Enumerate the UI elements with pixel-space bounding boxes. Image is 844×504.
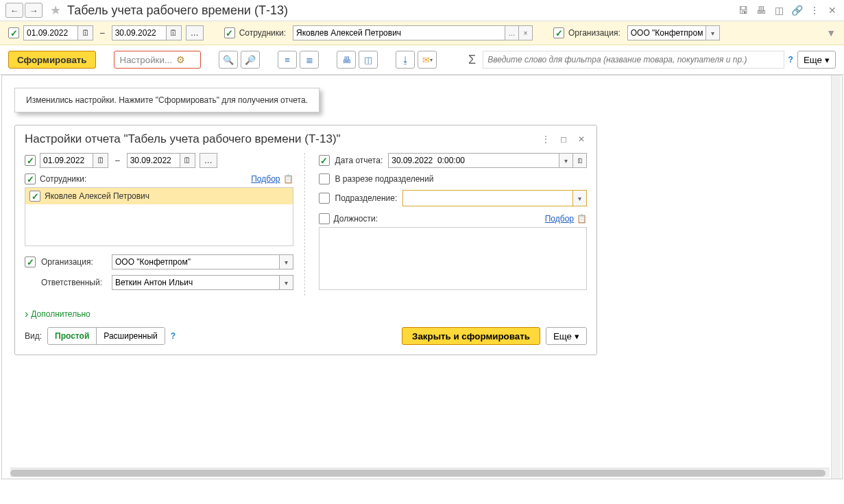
- filter-search-input[interactable]: [483, 51, 784, 69]
- org-dropdown-button[interactable]: ▾: [706, 25, 720, 40]
- expand-label: Дополнительно: [31, 309, 90, 319]
- settings-dialog: Настройки отчета "Табель учета рабочего …: [14, 125, 597, 355]
- dash: –: [100, 28, 105, 38]
- gear-icon: ⚙: [176, 54, 185, 65]
- print-button[interactable]: 🖶: [337, 51, 356, 69]
- org-checkbox[interactable]: [553, 27, 564, 38]
- view-advanced-button[interactable]: Расширенный: [96, 328, 165, 344]
- dlg-org-dropdown[interactable]: ▾: [280, 254, 293, 269]
- positions-pick-link[interactable]: Подбор: [545, 214, 574, 224]
- report-area: Изменились настройки. Нажмите "Сформиров…: [1, 75, 843, 479]
- division-checkbox[interactable]: [319, 193, 330, 204]
- calendar-icon[interactable]: 🗓: [167, 25, 182, 40]
- print-icon[interactable]: 🖶: [755, 4, 767, 16]
- email-button[interactable]: ✉▾: [418, 51, 437, 69]
- dlg-responsible-label: Ответственный:: [41, 278, 106, 287]
- division-input[interactable]: [403, 191, 572, 206]
- positions-checkbox[interactable]: [319, 213, 330, 224]
- nav-forward-button[interactable]: →: [25, 3, 43, 18]
- help-icon[interactable]: ?: [788, 55, 793, 64]
- employees-input[interactable]: [293, 25, 505, 40]
- more-button[interactable]: Еще ▾: [797, 51, 836, 69]
- dialog-footer: Вид: Простой Расширенный ? Закрыть и сфо…: [15, 327, 596, 355]
- horizontal-scrollbar[interactable]: [10, 468, 830, 477]
- info-message: Изменились настройки. Нажмите "Сформиров…: [14, 88, 319, 112]
- dlg-org-checkbox[interactable]: [25, 256, 36, 267]
- find-button[interactable]: 🔍: [219, 51, 238, 69]
- report-date-calendar[interactable]: 🗓: [573, 153, 587, 168]
- date-to-input[interactable]: [112, 25, 167, 40]
- paste-icon[interactable]: 📋: [283, 174, 293, 184]
- more-button-label: Еще: [804, 55, 822, 65]
- close-icon[interactable]: ✕: [826, 4, 839, 16]
- org-label: Организация:: [568, 28, 620, 38]
- kebab-icon[interactable]: ⋮: [808, 4, 821, 16]
- employees-pick-link[interactable]: Подбор: [251, 174, 280, 184]
- dlg-more-button[interactable]: Еще ▾: [546, 327, 587, 345]
- collapse-button[interactable]: ≡: [278, 51, 297, 69]
- dlg-date-from-input[interactable]: [40, 153, 93, 168]
- period-ellipsis-button[interactable]: …: [186, 25, 204, 40]
- page-title: Табель учета рабочего времени (Т-13): [67, 3, 288, 18]
- favorite-star-icon[interactable]: ★: [48, 3, 63, 18]
- filter-icon[interactable]: ▼: [826, 27, 836, 38]
- dlg-responsible-input[interactable]: [112, 275, 280, 290]
- view-simple-button[interactable]: Простой: [48, 328, 96, 344]
- paste-icon[interactable]: 📋: [577, 214, 587, 224]
- export-button[interactable]: ◫: [359, 51, 378, 69]
- generate-button[interactable]: Сформировать: [8, 51, 96, 69]
- org-input[interactable]: [627, 25, 706, 40]
- by-divisions-label: В разрезе подразделений: [335, 174, 434, 184]
- list-item[interactable]: Яковлев Алексей Петрович: [25, 188, 293, 204]
- dialog-title: Настройки отчета "Табель учета рабочего …: [25, 132, 341, 146]
- dlg-employees-checkbox[interactable]: [25, 173, 36, 184]
- preview-icon[interactable]: ◫: [773, 4, 785, 16]
- dlg-period-ellipsis-button[interactable]: …: [200, 153, 217, 168]
- employees-checkbox[interactable]: [224, 27, 235, 38]
- dialog-close-icon[interactable]: ✕: [576, 134, 587, 145]
- calendar-icon[interactable]: 🗓: [78, 25, 93, 40]
- dialog-header: Настройки отчета "Табель учета рабочего …: [15, 125, 596, 150]
- info-message-text: Изменились настройки. Нажмите "Сформиров…: [26, 95, 308, 105]
- vertical-scrollbar[interactable]: [831, 75, 841, 479]
- report-date-input[interactable]: [388, 153, 559, 168]
- zoom-button[interactable]: 🔎: [241, 51, 260, 69]
- employees-ellipsis-button[interactable]: …: [505, 25, 519, 40]
- dialog-menu-icon[interactable]: ⋮: [540, 134, 551, 145]
- dlg-employees-label: Сотрудники:: [40, 174, 86, 184]
- list-item-checkbox[interactable]: [29, 191, 40, 202]
- dlg-org-label: Организация:: [41, 257, 106, 267]
- positions-label: Должности:: [334, 214, 378, 224]
- dlg-org-input[interactable]: [112, 254, 280, 269]
- expand-additional-link[interactable]: Дополнительно: [25, 308, 91, 320]
- employees-listbox[interactable]: Яковлев Алексей Петрович: [25, 187, 293, 246]
- sigma-icon[interactable]: Σ: [468, 53, 476, 67]
- by-divisions-checkbox[interactable]: [319, 173, 330, 184]
- report-date-checkbox[interactable]: [319, 155, 330, 166]
- period-checkbox[interactable]: [8, 27, 19, 38]
- chevron-down-icon: ▾: [575, 331, 579, 341]
- nav-back-button[interactable]: ←: [5, 3, 23, 18]
- save-icon[interactable]: 🖫: [737, 4, 749, 16]
- filter-strip: 🗓 – 🗓 … Сотрудники: … × Организация: ▾ ▼: [0, 21, 844, 45]
- division-dropdown[interactable]: ▾: [572, 191, 586, 206]
- dialog-maximize-icon[interactable]: ◻: [558, 134, 569, 145]
- dlg-date-to-input[interactable]: [127, 153, 180, 168]
- positions-listbox[interactable]: [319, 227, 588, 290]
- link-icon[interactable]: 🔗: [791, 4, 803, 16]
- view-segment: Простой Расширенный: [47, 327, 165, 345]
- report-date-spinner[interactable]: ▾: [559, 153, 573, 168]
- toolbar: Сформировать Настройки...⚙ 🔍 🔎 ≡ ≣ 🖶 ◫ ⭳…: [0, 45, 844, 75]
- employees-clear-button[interactable]: ×: [519, 25, 533, 40]
- dlg-responsible-dropdown[interactable]: ▾: [280, 275, 293, 290]
- help-icon[interactable]: ?: [171, 331, 176, 341]
- dlg-more-label: Еще: [553, 331, 572, 341]
- download-button[interactable]: ⭳: [396, 51, 415, 69]
- calendar-icon[interactable]: 🗓: [93, 153, 108, 168]
- close-and-generate-button[interactable]: Закрыть и сформировать: [402, 327, 540, 345]
- expand-button[interactable]: ≣: [300, 51, 319, 69]
- settings-button[interactable]: Настройки...⚙: [114, 51, 201, 69]
- calendar-icon[interactable]: 🗓: [180, 153, 195, 168]
- dlg-period-checkbox[interactable]: [25, 155, 36, 166]
- date-from-input[interactable]: [23, 25, 78, 40]
